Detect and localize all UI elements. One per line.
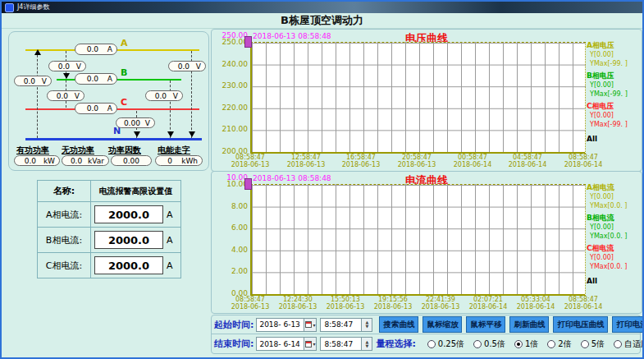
app-icon bbox=[5, 3, 14, 12]
x-tick: 05:33:042018-06-14 bbox=[511, 296, 560, 311]
phase-c-limit-input[interactable]: 2000.0 bbox=[94, 256, 163, 274]
radio-icon[interactable] bbox=[473, 340, 482, 348]
radio-icon[interactable] bbox=[581, 340, 589, 348]
voltage-readout: 0.0 V bbox=[145, 90, 183, 101]
end-time-spinner[interactable]: 8:58:47 ▲▼ bbox=[320, 337, 372, 351]
range-option-05x[interactable]: 0.5倍 bbox=[473, 338, 505, 350]
x-tick: 08:58:472018-06-14 bbox=[559, 154, 608, 168]
legend-phase-a-voltage[interactable]: A相电压 Y[0.00] YMax[-99. ] bbox=[587, 41, 641, 68]
chart-cursor-handle[interactable] bbox=[244, 36, 252, 48]
legend-phase-b-voltage[interactable]: B相电压 Y[0.00] YMax[-99. ] bbox=[587, 71, 641, 99]
legend-phase-c-voltage[interactable]: C相电压 Y[0.00] YMax[-99. ] bbox=[587, 102, 641, 129]
x-tick: 12:24:302018-06-13 bbox=[273, 296, 322, 311]
phase-a-limit-input[interactable]: 2000.0 bbox=[94, 205, 163, 223]
legend-phase-a-current[interactable]: A相电流 Y[0.00] YMax[0.0. ] bbox=[587, 183, 641, 210]
range-option-auto[interactable]: 自适应 bbox=[614, 338, 644, 350]
end-date-picker[interactable]: 2018- 6-14 ▾ bbox=[256, 337, 317, 351]
end-time-row: 结束时间: 2018- 6-14 ▾ 8:58:47 ▲▼ 量程选择: 0.25… bbox=[212, 334, 640, 353]
control-bar: 起始时间: 2018- 6-13 ▾ 8:58:47 ▲▼ 搜索曲线 鼠标缩放 … bbox=[211, 315, 641, 354]
unit-label: A bbox=[167, 235, 173, 246]
x-tick: 15:50:132018-06-13 bbox=[321, 296, 370, 311]
start-date-picker[interactable]: 2018- 6-13 ▾ bbox=[256, 318, 317, 332]
voltage-readout: 0.00 V bbox=[116, 117, 155, 128]
arrow-down-icon bbox=[167, 131, 174, 137]
y-tick: 230.00 bbox=[213, 81, 248, 90]
current-plot-area[interactable] bbox=[250, 184, 586, 296]
table-row: A相电流: 2000.0 A bbox=[38, 202, 181, 228]
power-factor-readout: 0.00 bbox=[111, 155, 152, 166]
arrow-up-icon bbox=[34, 49, 41, 55]
x-tick: 08:58:472018-06-13 bbox=[226, 154, 275, 168]
table-row: C相电流: 2000.0 A bbox=[38, 253, 181, 278]
legend-phase-c-current[interactable]: C相电流 Y[0.00] YMax[0.0. ] bbox=[587, 244, 641, 271]
titlebar[interactable]: J4详细参数 bbox=[2, 2, 642, 13]
reactive-power-readout: 0.0 kVar bbox=[62, 155, 109, 166]
current-chart-panel: 电流曲线 10.00 2018-06-13 08:58:48 10.00 8.0… bbox=[211, 171, 642, 314]
end-time-label: 结束时间: bbox=[214, 338, 253, 350]
phase-a-current-row-label: A相电流: bbox=[38, 202, 91, 228]
x-tick: 04:58:472018-06-14 bbox=[503, 154, 552, 168]
arrow-down-icon bbox=[134, 131, 140, 137]
app-window: J4详细参数 B栋屋顶空调动力 A B C N 0.0 A 0.0 A 0.0 bbox=[0, 0, 644, 359]
spinner-icon[interactable]: ▲▼ bbox=[361, 319, 372, 331]
radio-icon[interactable] bbox=[614, 340, 622, 348]
legend-all[interactable]: All bbox=[587, 135, 597, 143]
cursor-timestamp: 2018-06-13 08:58:48 bbox=[253, 174, 331, 182]
unit-label: A bbox=[167, 209, 173, 220]
voltage-plot-area[interactable] bbox=[250, 42, 586, 154]
y-tick: 250.00 bbox=[213, 38, 248, 46]
legend-phase-b-current[interactable]: B相电流 Y[0.00] YMax[0.0. ] bbox=[587, 214, 641, 241]
mouse-zoom-button[interactable]: 鼠标缩放 bbox=[422, 316, 462, 333]
chart-cursor-handle[interactable] bbox=[244, 178, 252, 190]
start-time-spinner[interactable]: 8:58:47 ▲▼ bbox=[320, 318, 372, 332]
start-time-label: 起始时间: bbox=[214, 319, 253, 331]
range-option-5x[interactable]: 5倍 bbox=[581, 338, 605, 350]
y-tick: 2.00 bbox=[213, 267, 248, 275]
active-power-label: 有功功率 bbox=[16, 145, 49, 156]
voltage-readout: 0.0 V bbox=[47, 90, 84, 101]
x-tick: 16:58:472018-06-13 bbox=[336, 154, 386, 168]
x-tick: 20:58:472018-06-13 bbox=[392, 154, 441, 168]
energy-readout: 0 kWh bbox=[155, 155, 203, 166]
calendar-dropdown-icon[interactable]: ▾ bbox=[304, 319, 316, 331]
radio-icon[interactable] bbox=[427, 340, 436, 348]
mouse-pan-button[interactable]: 鼠标平移 bbox=[466, 316, 505, 333]
print-current-curve-button[interactable]: 打印电流曲线 bbox=[612, 316, 644, 333]
radio-icon[interactable] bbox=[547, 340, 555, 348]
y-tick: 220.00 bbox=[213, 104, 248, 112]
search-curve-button[interactable]: 搜索曲线 bbox=[379, 316, 418, 333]
legend-all[interactable]: All bbox=[587, 277, 597, 285]
voltage-readout: 0.0 V bbox=[14, 76, 52, 86]
range-option-1x[interactable]: 1倍 bbox=[514, 338, 538, 350]
phase-c-label: C bbox=[121, 97, 127, 108]
refresh-curve-button[interactable]: 刷新曲线 bbox=[509, 316, 549, 333]
calendar-dropdown-icon[interactable]: ▾ bbox=[304, 338, 316, 350]
value-column-header: 电流报警高限设置值 bbox=[91, 181, 181, 202]
energy-label: 电能走字 bbox=[158, 145, 190, 156]
unit-label: A bbox=[167, 260, 173, 271]
x-tick: 19:15:562018-06-13 bbox=[368, 296, 418, 311]
voltage-readout: 0.0 V bbox=[48, 61, 86, 71]
y-tick: 10.00 bbox=[213, 180, 248, 188]
spinner-icon[interactable]: ▲▼ bbox=[361, 338, 372, 350]
range-select-label: 量程选择: bbox=[376, 338, 415, 350]
x-tick: 12:58:472018-06-13 bbox=[281, 154, 331, 168]
x-tick: 00:58:472018-06-14 bbox=[448, 154, 497, 168]
phase-c-current-row-label: C相电流: bbox=[38, 253, 91, 278]
phase-c-current-readout: 0.0 A bbox=[75, 103, 117, 114]
arrow-down-icon bbox=[63, 73, 70, 79]
phase-a-label: A bbox=[121, 38, 128, 48]
dashed-connector bbox=[37, 51, 38, 138]
radio-icon[interactable] bbox=[514, 340, 523, 348]
voltage-readout: 0.0 V bbox=[168, 61, 206, 71]
x-tick: 08:58:472018-06-14 bbox=[559, 296, 608, 311]
range-option-2x[interactable]: 2倍 bbox=[547, 338, 571, 350]
phase-a-current-readout: 0.0 A bbox=[75, 44, 117, 55]
phase-b-current-readout: 0.0 A bbox=[75, 73, 117, 85]
neutral-line bbox=[25, 138, 202, 140]
dashed-connector bbox=[170, 81, 171, 138]
phase-b-limit-input[interactable]: 2000.0 bbox=[94, 231, 163, 249]
table-row: B相电流: 2000.0 A bbox=[38, 228, 181, 253]
range-option-025x[interactable]: 0.25倍 bbox=[427, 338, 464, 350]
print-voltage-curve-button[interactable]: 打印电压曲线 bbox=[553, 316, 608, 333]
